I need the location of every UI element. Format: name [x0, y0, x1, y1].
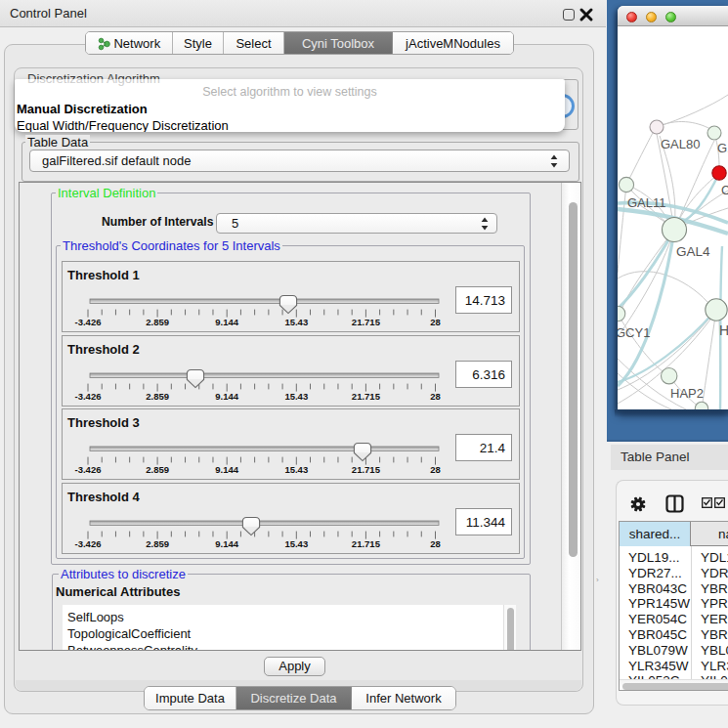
svg-text:2.859: 2.859 [146, 464, 169, 475]
svg-text:C: C [721, 183, 728, 197]
svg-text:9.144: 9.144 [215, 391, 238, 402]
svg-text:9.144: 9.144 [215, 538, 238, 549]
svg-text:28: 28 [430, 464, 441, 475]
svg-text:GAL11: GAL11 [627, 195, 666, 210]
svg-text:GCY1: GCY1 [618, 325, 650, 340]
svg-text:15.43: 15.43 [284, 538, 308, 549]
svg-text:GAL4: GAL4 [676, 244, 710, 259]
svg-text:-3.426: -3.426 [75, 538, 102, 549]
svg-text:28: 28 [430, 391, 441, 402]
svg-text:-3.426: -3.426 [75, 391, 102, 402]
svg-text:21.715: 21.715 [352, 317, 381, 327]
svg-text:28: 28 [430, 538, 441, 549]
svg-text:21.715: 21.715 [352, 391, 381, 402]
svg-text:21.715: 21.715 [352, 464, 381, 475]
svg-text:GAL80: GAL80 [661, 137, 700, 151]
svg-text:G.: G. [717, 141, 728, 155]
svg-text:-3.426: -3.426 [75, 464, 102, 475]
svg-text:15.43: 15.43 [284, 317, 308, 327]
svg-text:9.144: 9.144 [215, 464, 238, 475]
svg-text:2.859: 2.859 [146, 317, 169, 327]
svg-text:15.43: 15.43 [284, 464, 308, 475]
svg-text:2.859: 2.859 [146, 391, 169, 402]
svg-text:21.715: 21.715 [352, 538, 381, 549]
svg-text:-3.426: -3.426 [75, 317, 102, 327]
svg-text:H: H [719, 322, 728, 338]
svg-text:9.144: 9.144 [215, 317, 238, 327]
svg-text:28: 28 [430, 317, 441, 327]
svg-text:15.43: 15.43 [284, 391, 308, 402]
svg-text:HAP2: HAP2 [670, 386, 704, 401]
svg-text:2.859: 2.859 [146, 538, 169, 549]
